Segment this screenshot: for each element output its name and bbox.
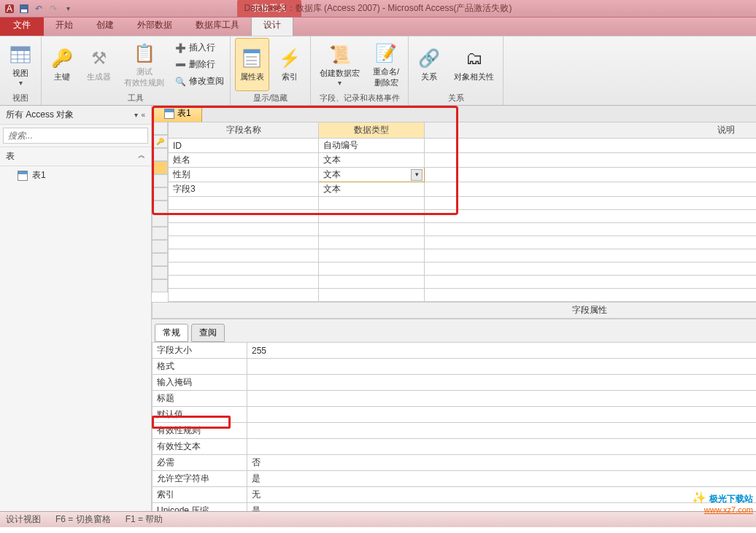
property-value[interactable]: 是	[247, 503, 757, 512]
property-value[interactable]	[247, 423, 757, 439]
col-header-desc[interactable]: 说明	[425, 122, 756, 139]
property-value[interactable]: 255	[247, 343, 757, 359]
field-type-cell[interactable]: 自动编号	[319, 139, 425, 153]
property-row[interactable]: 允许空字符串是	[153, 471, 757, 487]
save-icon[interactable]	[18, 2, 31, 15]
search-input[interactable]	[3, 128, 148, 144]
property-value[interactable]	[247, 391, 757, 407]
property-name[interactable]: 输入掩码	[153, 375, 247, 391]
field-desc-cell[interactable]	[425, 139, 756, 153]
delete-row-icon: ➖	[174, 59, 186, 71]
doc-tab-table1[interactable]: 表1	[153, 106, 202, 122]
property-name[interactable]: 标题	[153, 391, 247, 407]
search-box[interactable]	[0, 125, 151, 147]
test-button[interactable]: 📋 测试 有效性规则	[120, 38, 169, 91]
prop-tab-lookup[interactable]: 查阅	[191, 324, 225, 342]
tab-create[interactable]: 创建	[85, 15, 126, 36]
property-name[interactable]: 默认值	[153, 407, 247, 423]
delete-rows-button[interactable]: ➖删除行	[173, 57, 225, 72]
tab-file[interactable]: 文件	[0, 15, 44, 36]
property-row[interactable]: 索引无	[153, 487, 757, 503]
qat-dropdown-icon[interactable]: ▾	[61, 2, 74, 15]
row-selector[interactable]	[152, 201, 168, 214]
property-value[interactable]	[247, 375, 757, 391]
property-name[interactable]: 索引	[153, 487, 247, 503]
row-selector[interactable]	[152, 227, 168, 240]
row-selector[interactable]	[152, 214, 168, 227]
relationships-button[interactable]: 🔗 关系	[413, 38, 445, 91]
modify-lookup-button[interactable]: 🔍修改查阅	[173, 74, 225, 89]
sidebar-item-table1[interactable]: 表1	[0, 166, 151, 184]
field-desc-cell[interactable]	[425, 182, 756, 197]
nav-header[interactable]: 所有 Access 对象 ▾«	[0, 106, 151, 125]
field-name-cell[interactable]: ID	[169, 139, 319, 153]
window-title: Database3：数据库 (Access 2007) - Microsoft …	[244, 2, 512, 15]
field-type-dropdown[interactable]: 文本	[319, 168, 425, 182]
field-name-cell[interactable]: 性别	[169, 168, 319, 182]
property-value[interactable]: 是	[247, 471, 757, 487]
header-selector[interactable]	[152, 122, 168, 135]
property-row[interactable]: 有效性规则	[153, 423, 757, 439]
row-selector[interactable]	[152, 266, 168, 279]
nav-dropdown-icon[interactable]: ▾«	[134, 111, 145, 119]
row-selector[interactable]	[152, 174, 168, 187]
property-table[interactable]: 字段大小255格式输入掩码标题默认值有效性规则有效性文本必需否允许空字符串是索引…	[152, 342, 756, 511]
objdep-button[interactable]: 🗂 对象相关性	[450, 38, 498, 91]
property-name[interactable]: 格式	[153, 359, 247, 375]
field-desc-cell[interactable]	[425, 168, 756, 182]
row-selector[interactable]	[152, 148, 168, 161]
property-name[interactable]: 有效性规则	[153, 423, 247, 439]
main-area: 所有 Access 对象 ▾« 表 ︽ 表1 表1	[0, 106, 756, 511]
property-name[interactable]: 必需	[153, 455, 247, 471]
index-button[interactable]: ⚡ 索引	[274, 38, 306, 91]
property-row[interactable]: 必需否	[153, 455, 757, 471]
property-row[interactable]: 格式	[153, 359, 757, 375]
builder-button[interactable]: ⚒ 生成器	[82, 38, 115, 91]
tab-external[interactable]: 外部数据	[126, 15, 184, 36]
property-row[interactable]: 标题	[153, 391, 757, 407]
row-selector[interactable]	[152, 187, 168, 201]
prop-tab-general[interactable]: 常规	[155, 324, 188, 342]
property-value[interactable]: 否	[247, 455, 757, 471]
property-name[interactable]: 有效性文本	[153, 439, 247, 455]
property-row[interactable]: Unicode 压缩是	[153, 503, 757, 512]
property-row[interactable]: 字段大小255	[153, 343, 757, 359]
section-tables[interactable]: 表 ︽	[0, 147, 151, 166]
collapse-icon[interactable]: ︽	[138, 150, 145, 163]
primary-key-button[interactable]: 🔑 主键	[46, 38, 78, 91]
field-grid[interactable]: 字段名称 数据类型 说明 ID自动编号 姓名文本 性别文本 字段3文本	[152, 122, 756, 302]
tab-dbtools[interactable]: 数据库工具	[184, 15, 251, 36]
property-value[interactable]	[247, 407, 757, 423]
property-value[interactable]: 无	[247, 487, 757, 503]
field-type-cell[interactable]: 文本	[319, 182, 425, 197]
redo-icon[interactable]: ↷	[47, 2, 60, 15]
field-name-cell[interactable]: 姓名	[169, 153, 319, 168]
row-selector[interactable]	[152, 161, 168, 174]
property-row[interactable]: 默认值	[153, 407, 757, 423]
field-name-cell[interactable]: 字段3	[169, 182, 319, 197]
row-selector[interactable]	[152, 240, 168, 253]
property-value[interactable]	[247, 359, 757, 375]
field-desc-cell[interactable]	[425, 153, 756, 168]
property-row[interactable]: 有效性文本	[153, 439, 757, 455]
undo-icon[interactable]: ↶	[32, 2, 45, 15]
col-header-type[interactable]: 数据类型	[319, 122, 425, 139]
row-selector[interactable]	[152, 253, 168, 266]
row-selector[interactable]	[152, 135, 168, 148]
field-row	[169, 262, 757, 276]
svg-text:A: A	[7, 4, 12, 14]
tab-home[interactable]: 开始	[44, 15, 85, 36]
property-name[interactable]: 允许空字符串	[153, 471, 247, 487]
datamacro-button[interactable]: 📜 创建数据宏 ▾	[315, 38, 364, 91]
property-name[interactable]: Unicode 压缩	[153, 503, 247, 512]
property-row[interactable]: 输入掩码	[153, 375, 757, 391]
view-button[interactable]: 视图 ▾	[4, 38, 36, 91]
propsheet-button[interactable]: 属性表	[235, 38, 269, 91]
field-type-cell[interactable]: 文本	[319, 153, 425, 168]
property-name[interactable]: 字段大小	[153, 343, 247, 359]
col-header-name[interactable]: 字段名称	[169, 122, 319, 139]
property-value[interactable]	[247, 439, 757, 455]
rename-button[interactable]: 📝 重命名/ 删除宏	[369, 38, 404, 91]
row-selector[interactable]	[152, 279, 168, 292]
insert-rows-button[interactable]: ➕插入行	[173, 40, 225, 55]
